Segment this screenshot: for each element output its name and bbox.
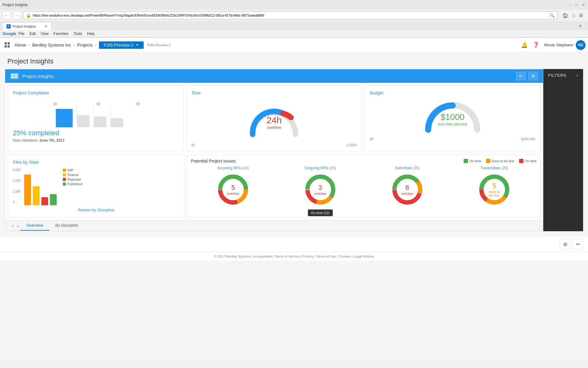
browser-chrome: Project Insights ─ □ ✕ ← → 🔒 🔍 🏠 ☆ ⚙ P P…: [0, 0, 588, 38]
legend-wip-label: WiP: [67, 168, 74, 172]
svg-rect-2: [11, 76, 14, 78]
budget-value: $1000: [438, 112, 467, 122]
time-gauge: 24h overtime: [247, 102, 302, 139]
files-card: Files by State 6,000 4,000 2,000 0: [8, 155, 184, 217]
app-logo[interactable]: [2, 40, 12, 50]
star-icon[interactable]: ☆: [571, 13, 576, 18]
active-tab-sublabel: PJIS-Preview-2: [147, 43, 171, 47]
settings-button[interactable]: ⚙: [528, 72, 538, 80]
files-y-labels: 6,000 4,000 2,000 0: [13, 168, 21, 205]
time-card: Time: [186, 85, 362, 152]
tabs-next-button[interactable]: ›: [15, 223, 21, 228]
legend-rejected: Rejected: [63, 178, 82, 181]
tab-favicon: P: [6, 24, 11, 29]
minimize-button[interactable]: ─: [568, 3, 572, 7]
legend-ontime: On time: [464, 159, 481, 163]
footer-text: © 2017 Bentley Systems, Incorporated | T…: [214, 255, 374, 258]
new-tab-button[interactable]: +: [575, 22, 586, 30]
svg-rect-5: [77, 115, 89, 127]
address-bar[interactable]: 🔒 🔍: [23, 11, 557, 19]
filters-toggle-button[interactable]: ›: [576, 73, 578, 78]
user-info: Nicole Stephano NS: [544, 40, 586, 50]
svg-rect-6: [94, 117, 106, 127]
milestone-date: June 7th, 2017: [39, 138, 65, 143]
time-gauge-value: 24h overtime: [266, 115, 282, 130]
outgoing-rfi-label: 3 overdue: [314, 184, 326, 195]
legend-ontime-color: [464, 159, 468, 163]
forward-button[interactable]: →: [13, 11, 21, 19]
legend-ontime-label: On time: [469, 159, 481, 163]
close-button[interactable]: ✕: [581, 3, 586, 7]
legend-soondue-label: Soon to be due: [492, 159, 514, 163]
breadcrumb-bentley[interactable]: Bentley Systems Inc: [32, 43, 71, 48]
menu-view[interactable]: View: [41, 32, 49, 36]
page-container: Project Insights Project Insights ✏ ⚙: [0, 52, 588, 359]
completion-chart-area: 30 60 90: [13, 99, 179, 127]
budget-left-label: $0: [370, 137, 373, 141]
back-button[interactable]: ←: [2, 11, 10, 19]
help-icon[interactable]: ❓: [533, 42, 539, 48]
files-card-title: Files by State: [13, 160, 179, 165]
issues-card: Potential Project Issues On time Soon to…: [187, 155, 541, 217]
dashboard-header: Project Insights ✏ ⚙: [5, 69, 543, 83]
maximize-button[interactable]: □: [575, 3, 579, 7]
legend-soondue-color: [486, 159, 490, 163]
active-breadcrumb-tab[interactable]: PJIS-Preview-2 ▼: [99, 41, 144, 49]
tabs-prev-button[interactable]: ‹: [10, 223, 15, 228]
filters-header: FILTERS ›: [543, 69, 583, 81]
legend-shared: Shared: [63, 173, 82, 177]
issues-grid: Incoming RFIs (18): [191, 166, 537, 206]
breadcrumb-sep-2: ›: [74, 43, 75, 47]
tab-overview[interactable]: Overview: [20, 220, 49, 231]
completion-bar-chart: 30 60 90: [16, 102, 175, 127]
budget-card-title: Budget: [370, 90, 535, 95]
user-avatar[interactable]: NS: [576, 40, 586, 50]
submittals-col: Submittals (15): [365, 166, 450, 206]
bar-label-30: 30: [53, 102, 58, 106]
edit-view-button[interactable]: ⊞: [560, 239, 570, 249]
incoming-rfi-donut: 5 overdue: [216, 173, 250, 206]
outgoing-rfi-number: 3: [314, 184, 326, 192]
breadcrumb-home[interactable]: Home: [15, 43, 26, 48]
bottom-toolbar: ⊞ ✏: [0, 236, 588, 252]
url-input[interactable]: [33, 13, 548, 17]
active-tab-container: PJIS-Preview-2 ▼: [99, 41, 144, 49]
outgoing-rfi-donut: 3 overdue On time (12): [303, 173, 337, 206]
dashboard-header-actions: ✏ ⚙: [516, 72, 538, 80]
pencil-edit-button[interactable]: ✏: [573, 239, 583, 249]
bar-wip: [24, 174, 31, 205]
issues-legend: On time Soon to be due On time: [464, 159, 537, 163]
incoming-rfi-number: 5: [227, 184, 239, 192]
menu-file[interactable]: File: [19, 32, 24, 36]
top-cards-grid: Project Completion 30 60 90: [5, 83, 543, 155]
menu-edit[interactable]: Edit: [29, 32, 36, 36]
breadcrumb-projects[interactable]: Projects: [77, 43, 93, 48]
edit-button[interactable]: ✏: [516, 72, 526, 80]
menu-tools[interactable]: Tools: [74, 32, 82, 36]
transmittals-text: soon to be due: [489, 190, 500, 197]
legend-late-color: [519, 159, 523, 163]
bar-published: [50, 194, 57, 205]
browser-window-title: Project Insights: [2, 3, 28, 7]
tab-close-button[interactable]: ✕: [44, 24, 47, 29]
notification-icon[interactable]: 🔔: [521, 42, 528, 48]
svg-line-11: [453, 105, 454, 106]
browser-toolbar: ← → 🔒 🔍 🏠 ☆ ⚙: [0, 10, 588, 21]
bar-label-60: 60: [96, 102, 101, 106]
review-discipline-link[interactable]: Review by Discipline: [13, 208, 179, 212]
tab-by-discipline[interactable]: By Discipline: [49, 220, 84, 231]
dashboard-header-icon: [10, 73, 19, 79]
browser-tab[interactable]: P Project Insights ✕: [2, 22, 51, 30]
legend-rejected-color: [63, 178, 66, 181]
menu-favorites[interactable]: Favorites: [54, 32, 69, 36]
tab-dropdown-icon: ▼: [136, 43, 139, 47]
submittals-title: Submittals (15): [395, 166, 420, 170]
legend-soondue: Soon to be due: [486, 159, 514, 163]
settings-icon[interactable]: ⚙: [579, 13, 583, 18]
bar-shared: [33, 186, 40, 205]
menu-help[interactable]: Help: [87, 32, 95, 36]
legend-late: On time: [519, 159, 537, 163]
bottom-cards-grid: Files by State 6,000 4,000 2,000 0: [5, 155, 543, 220]
home-icon[interactable]: 🏠: [562, 13, 568, 18]
svg-rect-1: [15, 74, 17, 76]
